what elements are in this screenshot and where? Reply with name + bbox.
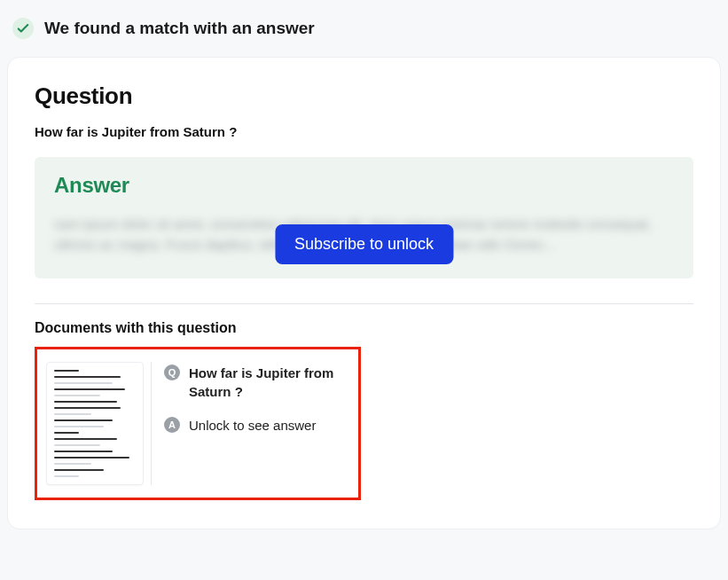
doc-question-row: Q How far is Jupiter from Saturn ? <box>164 364 346 403</box>
qa-card: Question How far is Jupiter from Saturn … <box>7 57 721 529</box>
answer-box: Answer nam ipsum dolor sit amet, consect… <box>35 157 693 278</box>
document-body: Q How far is Jupiter from Saturn ? A Unl… <box>151 362 349 485</box>
documents-heading: Documents with this question <box>35 320 693 336</box>
subscribe-button[interactable]: Subscribe to unlock <box>275 224 453 264</box>
divider <box>35 303 693 304</box>
match-banner: We found a match with an answer <box>12 18 716 39</box>
banner-text: We found a match with an answer <box>44 19 315 38</box>
question-heading: Question <box>35 82 693 110</box>
answer-heading: Answer <box>54 173 674 198</box>
a-badge-icon: A <box>164 417 180 433</box>
q-badge-icon: Q <box>164 364 180 380</box>
document-card[interactable]: Q How far is Jupiter from Saturn ? A Unl… <box>35 347 361 500</box>
doc-answer-text: Unlock to see answer <box>189 416 316 435</box>
doc-question-text: How far is Jupiter from Saturn ? <box>189 364 346 403</box>
question-text: How far is Jupiter from Saturn ? <box>35 124 693 139</box>
doc-answer-row: A Unlock to see answer <box>164 416 346 435</box>
check-icon <box>12 18 34 39</box>
document-thumbnail <box>46 362 144 485</box>
